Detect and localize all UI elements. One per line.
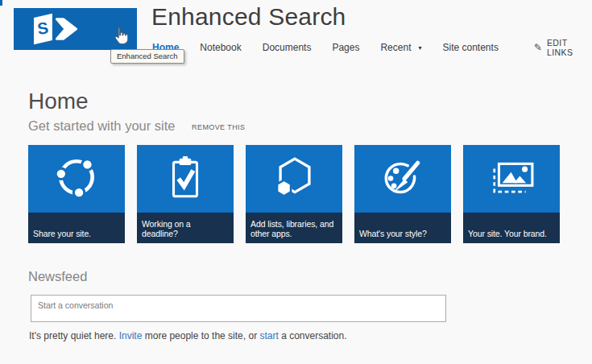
newsfeed-title: Newsfeed <box>28 269 87 284</box>
remove-this-link[interactable]: REMOVE THIS <box>192 123 245 131</box>
newsfeed-empty-message: It's pretty quiet here. Invite more peop… <box>29 330 347 341</box>
edit-links-button[interactable]: ✎ EDIT LINKS <box>534 38 592 57</box>
nav-item-documents[interactable]: Documents <box>263 42 312 53</box>
share-icon <box>53 155 100 201</box>
tile-caption: Your site. Your brand. <box>463 213 560 243</box>
tile-add-lists-libraries-apps[interactable]: Add lists, libraries, and other apps. <box>246 145 342 243</box>
start-conversation-link[interactable]: start <box>259 330 278 341</box>
tile-caption: Working on a deadline? <box>137 213 234 243</box>
nav-item-recent[interactable]: Recent ▾ <box>380 42 421 53</box>
tooltip: Enhanced Search <box>110 49 184 64</box>
palette-brush-icon <box>379 155 426 201</box>
get-started-label: Get started with your site <box>28 118 176 133</box>
tile-caption: Share your site. <box>28 213 125 243</box>
nav-item-site-contents[interactable]: Site contents <box>443 42 499 53</box>
chevron-down-icon: ▾ <box>418 44 421 52</box>
sharepoint-home-page: S Enhanced Search Home Notebook Document… <box>0 0 592 364</box>
nav-item-recent-label: Recent <box>380 42 411 53</box>
getting-started-tiles: Share your site. Working on a deadline? … <box>28 145 560 243</box>
tile-caption: Add lists, libraries, and other apps. <box>246 213 342 243</box>
invite-link[interactable]: Invite <box>119 330 143 341</box>
apps-hexagon-icon <box>271 155 317 201</box>
top-navigation: Home Notebook Documents Pages Recent ▾ S… <box>152 38 592 57</box>
empty-text: more people to the site, or <box>142 330 259 341</box>
tile-working-on-deadline[interactable]: Working on a deadline? <box>137 145 234 243</box>
get-started-row: Get started with your site REMOVE THIS <box>28 118 245 134</box>
tile-share-your-site[interactable]: Share your site. <box>28 145 125 243</box>
nav-item-notebook[interactable]: Notebook <box>200 42 241 53</box>
sharepoint-logo-icon: S <box>28 11 99 47</box>
sharepoint-logo[interactable]: S <box>14 8 137 50</box>
page-title: Home <box>28 89 89 114</box>
empty-text: a conversation. <box>279 330 347 341</box>
tile-caption: What's your style? <box>354 213 451 243</box>
edit-links-label: EDIT LINKS <box>547 38 592 57</box>
pencil-icon: ✎ <box>534 42 542 53</box>
empty-text: It's pretty quiet here. <box>29 330 119 341</box>
tile-your-site-your-brand[interactable]: Your site. Your brand. <box>463 145 560 243</box>
clipboard-check-icon <box>162 155 209 201</box>
tile-whats-your-style[interactable]: What's your style? <box>354 145 451 243</box>
screen-edge-artifact <box>0 0 2 6</box>
conversation-input[interactable] <box>31 295 446 322</box>
image-brand-icon <box>488 155 535 201</box>
nav-item-pages[interactable]: Pages <box>332 42 359 53</box>
site-title: Enhanced Search <box>151 3 346 31</box>
